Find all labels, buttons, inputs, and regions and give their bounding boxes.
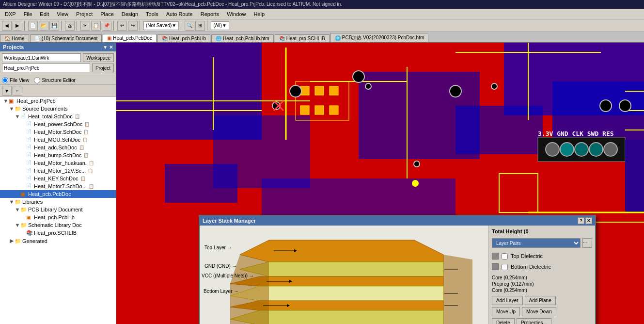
menu-place[interactable]: Place xyxy=(96,10,118,18)
tree-item-heat-power[interactable]: 📄 Heat_power.SchDoc 📋 xyxy=(0,120,116,128)
bottom-dielectric-label: Bottom Dielectric xyxy=(511,264,551,270)
svg-marker-61 xyxy=(240,262,443,276)
title-bar: Altium Designer Winter 09 - D:\[07]技不限 -… xyxy=(0,0,644,9)
tab-pcbdoc-htm[interactable]: 🌐 PCB加热 V02(20200323).PcbDoc.htm xyxy=(330,33,429,42)
tree-item-root[interactable]: ▼ ▣ Heat_pro.PrjPcb xyxy=(0,97,116,105)
toolbar-new[interactable]: 📄 xyxy=(28,21,38,31)
move-down-button[interactable]: Move Down xyxy=(522,307,556,316)
toolbar-sep-4 xyxy=(113,21,115,31)
main-layout: Projects ▼ ✕ Workspace Project File View… xyxy=(0,43,644,324)
properties-button[interactable]: Properties... xyxy=(517,318,551,324)
tab-pcbdoc[interactable]: ▣ Heat_pcb.PcbDoc xyxy=(103,34,157,42)
add-layer-button[interactable]: Add Layer xyxy=(492,296,523,305)
dialog-help-btn[interactable]: ? xyxy=(578,217,584,224)
tab-pcblib[interactable]: 📚 Heat_pcb.PcbLib xyxy=(157,34,210,42)
menu-tools[interactable]: Tools xyxy=(142,10,162,18)
svg-rect-5 xyxy=(456,106,543,154)
move-up-button[interactable]: Move Up xyxy=(492,307,520,316)
layer-pairs-expand-btn[interactable]: ... xyxy=(582,238,592,248)
svg-marker-60 xyxy=(240,240,443,262)
svg-rect-8 xyxy=(165,164,237,203)
tab-schematic-doc[interactable]: 📄 (10) Schematic Document xyxy=(30,34,102,42)
delete-button[interactable]: Delete xyxy=(492,318,515,324)
tree-item-source-docs[interactable]: ▼ 📁 Source Documents xyxy=(0,105,116,113)
toolbar-cut[interactable]: ✂ xyxy=(80,21,90,31)
add-plane-button[interactable]: Add Plane xyxy=(525,296,556,305)
structure-editor-option[interactable]: Structure Editor xyxy=(34,77,75,83)
menu-help[interactable]: Help xyxy=(250,10,268,18)
dialog-right-panel: Total Height (0 Layer Pairs ... Top Diel… xyxy=(488,226,595,324)
svg-rect-22 xyxy=(330,106,338,114)
tree-item-heat-adc[interactable]: 📄 Heat_adc.SchDoc 📋 xyxy=(0,144,116,151)
toolbar-save[interactable]: 💾 xyxy=(49,21,59,31)
toolbar-sep-6 xyxy=(181,21,183,31)
top-dielectric-swatch xyxy=(492,253,499,259)
bottom-dielectric-swatch xyxy=(492,263,499,270)
tree-item-pcbdoc[interactable]: ▣ Heat_pcb.PcbDoc xyxy=(0,190,116,198)
toolbar-print[interactable]: 🖨 xyxy=(65,21,75,31)
tree-item-sch-lib-doc[interactable]: ▼ 📁 Schematic Library Doc xyxy=(0,221,116,229)
menu-reports[interactable]: Reports xyxy=(197,10,223,18)
dialog-title-bar: Layer Stack Manager ? ✕ xyxy=(200,216,595,226)
tab-pcblib-htm[interactable]: 🌐 Heat_pcb.PcbLib.htm xyxy=(211,34,274,42)
all-layers-dropdown[interactable]: (All) ▼ xyxy=(211,21,229,30)
tree-filter-btn[interactable]: ▼ xyxy=(2,86,12,96)
tree-item-heat-motor-12v[interactable]: 📄 Heat_Motor_12V.Sc... 📋 xyxy=(0,167,116,175)
menu-edit[interactable]: Edit xyxy=(36,10,53,18)
svg-marker-68 xyxy=(443,255,472,324)
toolbar-sep-2 xyxy=(61,21,63,31)
tree-item-heat-bump[interactable]: 📄 Heat_bump.SchDoc 📋 xyxy=(0,151,116,159)
workspace-button[interactable]: Workspace xyxy=(83,53,114,62)
top-dielectric-checkbox[interactable] xyxy=(502,253,508,259)
toolbar-redo[interactable]: ↪ xyxy=(128,21,138,31)
workspace-input[interactable] xyxy=(2,53,81,62)
menu-autoroute[interactable]: Auto Route xyxy=(162,10,197,18)
tree-item-heat-motor7[interactable]: 📄 Heat_Motor7.SchDo... 📋 xyxy=(0,182,116,190)
menu-dxp[interactable]: DXP xyxy=(1,10,20,18)
tree-item-pcb-lib-doc[interactable]: ▼ 📁 PCB Library Document xyxy=(0,206,116,213)
svg-text:3.3V GND CLK SWD RES: 3.3V GND CLK SWD RES xyxy=(538,130,614,137)
tree-item-heat-motor-hk[interactable]: 📄 Heat_Motor_huakuan. 📋 xyxy=(0,159,116,167)
project-input[interactable] xyxy=(2,64,90,72)
tree-item-heat-key[interactable]: 📄 Heat_KEY.SchDoc 📋 xyxy=(0,175,116,182)
toolbar-paste[interactable]: 📌 xyxy=(102,21,111,31)
layer-stack-svg xyxy=(204,230,484,324)
workspace-controls: Workspace Project xyxy=(0,51,116,76)
menu-file[interactable]: File xyxy=(20,10,36,18)
menu-window[interactable]: Window xyxy=(223,10,250,18)
toolbar-zoom-fit[interactable]: ⊞ xyxy=(195,21,205,31)
project-button[interactable]: Project xyxy=(92,64,114,72)
layer-pairs-select[interactable]: Layer Pairs xyxy=(492,238,581,248)
right-label-core2: Core (0.254mm) xyxy=(492,288,592,293)
menu-design[interactable]: Design xyxy=(118,10,142,18)
file-view-option[interactable]: File View xyxy=(2,77,29,83)
dialog-close-btn[interactable]: ✕ xyxy=(585,217,592,224)
tree-item-heat-mcu[interactable]: 📄 Heat_MCU.SchDoc 📋 xyxy=(0,136,116,144)
toolbar-undo[interactable]: ↩ xyxy=(117,21,127,31)
tree-toolbar: ▼ ≡ xyxy=(0,85,116,97)
toolbar-forward[interactable]: ▶ xyxy=(13,21,22,31)
pcb-canvas[interactable]: 3.3V GND CLK SWD RES Channel_ Layer S xyxy=(116,43,644,324)
tree-item-heat-pcblib[interactable]: ▣ Heat_pcb.PcbLib xyxy=(0,213,116,221)
bottom-dielectric-checkbox[interactable] xyxy=(502,264,508,270)
toolbar-open[interactable]: 📂 xyxy=(39,21,48,31)
toolbar-back[interactable]: ◀ xyxy=(2,21,12,31)
toolbar-copy[interactable]: 📋 xyxy=(91,21,101,31)
tree-item-heat-total[interactable]: ▼ 📄 Heat_total.SchDoc 📋 xyxy=(0,113,116,120)
tab-home[interactable]: 🏠 Home xyxy=(0,34,29,42)
tree-item-libraries[interactable]: ▼ 📁 Libraries xyxy=(0,198,116,206)
dialog-title: Layer Stack Manager xyxy=(203,218,256,224)
right-label-core1: Core (0.254mm) xyxy=(492,275,592,280)
tree-item-heat-motor[interactable]: 📄 Heat_Motor.SchDoc 📋 xyxy=(0,128,116,136)
not-saved-dropdown[interactable]: (Not Saved) ▼ xyxy=(143,21,179,30)
menu-view[interactable]: View xyxy=(53,10,72,18)
layer-stack-dialog: Layer Stack Manager ? ✕ xyxy=(199,215,596,324)
menu-bar: DXP File Edit View Project Place Design … xyxy=(0,9,644,19)
tree-item-heat-schlib[interactable]: 📚 Heat_pro.SCHLIB xyxy=(0,229,116,237)
svg-point-53 xyxy=(600,100,612,112)
tree-item-generated[interactable]: ▶ 📁 Generated xyxy=(0,237,116,245)
menu-project[interactable]: Project xyxy=(72,10,96,18)
tree-view-btn[interactable]: ≡ xyxy=(13,86,22,96)
tab-schlib[interactable]: 📚 Heat_pro.SCHLIB xyxy=(275,34,330,42)
toolbar-zoom[interactable]: 🔍 xyxy=(185,21,194,31)
